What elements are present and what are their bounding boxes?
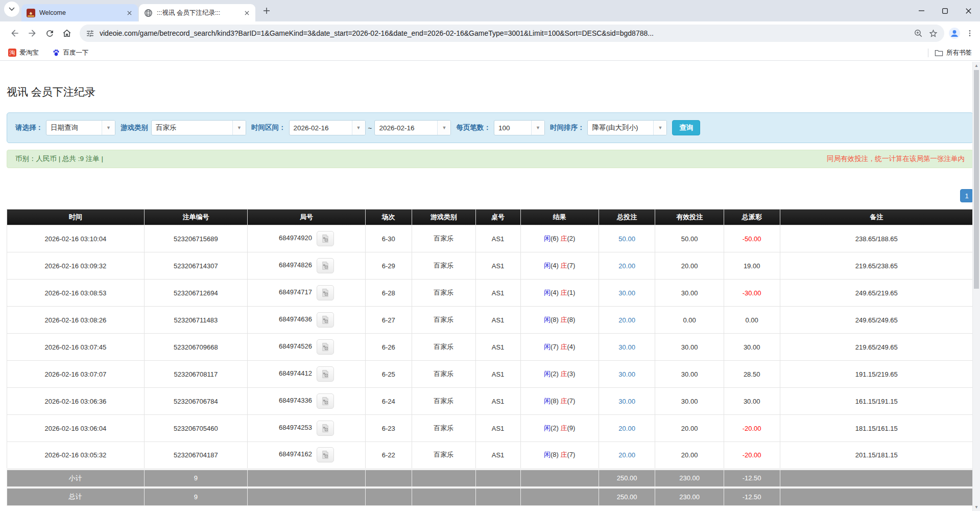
cell-time: 2026-02-16 03:08:53 [7, 280, 145, 307]
date-start-select[interactable]: 2026-02-16 ▼ [289, 120, 366, 135]
result-banker-points: (1) [567, 289, 575, 296]
pagination: 1 [7, 189, 973, 202]
cell-session: 6-26 [365, 334, 412, 361]
tab-close-icon[interactable] [125, 9, 134, 17]
cell-note: 249.65/249.65 [780, 307, 973, 334]
cell-valid-bet: 0.00 [655, 307, 724, 334]
cell-payout: 28.50 [724, 361, 780, 388]
cell-session: 6-23 [365, 415, 412, 442]
video-replay-icon [321, 288, 330, 297]
col-header-result: 结果 [520, 210, 599, 225]
cell-table: AS1 [475, 307, 520, 334]
search-button[interactable]: 查询 [672, 120, 700, 135]
reload-icon [45, 29, 55, 38]
zoom-icon[interactable] [914, 29, 923, 38]
forward-button[interactable] [23, 25, 41, 42]
cell-session: 6-30 [365, 225, 412, 252]
cell-time: 2026-02-16 03:07:07 [7, 361, 145, 388]
cell-result: 闲(7) 庄(4) [520, 334, 599, 361]
result-banker-points: (7) [567, 397, 575, 405]
back-arrow-icon [10, 28, 20, 38]
tab-close-icon[interactable] [243, 9, 251, 17]
video-replay-icon [321, 261, 330, 270]
cell-game: 百家乐 [412, 252, 475, 280]
cell-result: 闲(4) 庄(1) [520, 280, 599, 307]
result-banker-points: (4) [567, 343, 575, 351]
round-number: 684974336 [279, 397, 312, 404]
cell-session: 6-27 [365, 307, 412, 334]
game-kind-select[interactable]: 百家乐 ▼ [151, 120, 246, 135]
reload-button[interactable] [41, 25, 58, 42]
bookmark-star-icon[interactable] [928, 29, 938, 38]
video-replay-button[interactable] [317, 339, 334, 355]
result-banker: 庄 [560, 316, 567, 323]
query-type-select[interactable]: 日期查询 ▼ [46, 120, 115, 135]
cell-game: 百家乐 [412, 307, 475, 334]
table-row: 2026-02-16 03:05:32523206704187684974162… [7, 442, 973, 469]
cell-round: 684974636 [248, 307, 366, 334]
window-close-button[interactable] [957, 0, 980, 21]
cell-table: AS1 [475, 415, 520, 442]
address-bar[interactable]: videoie.com/game/betrecord_search/kind3?… [80, 25, 944, 42]
cell-game: 百家乐 [412, 388, 475, 415]
result-player-points: (4) [551, 262, 559, 269]
tab-bet-record[interactable]: :::视讯 会员下注纪录::: [139, 4, 255, 21]
table-row: 2026-02-16 03:07:45523206709668684974526… [7, 334, 973, 361]
cell-result: 闲(6) 庄(2) [520, 225, 599, 252]
scrollbar-down-arrow-icon[interactable]: ▼ [973, 503, 980, 511]
cell-note: 249.65/219.65 [780, 280, 973, 307]
home-icon [62, 28, 72, 38]
total-valid-bet: 230.00 [655, 487, 724, 506]
cell-table: AS1 [475, 225, 520, 252]
filter-game-label: 游戏类别 [121, 123, 148, 132]
tab-welcome[interactable]: ♠ Welcome [21, 4, 138, 21]
vertical-scrollbar[interactable]: ▲ ▼ [972, 62, 980, 511]
window-minimize-button[interactable] [910, 0, 933, 21]
cell-total-bet: 50.00 [599, 225, 655, 252]
subtotal-valid-bet: 230.00 [655, 469, 724, 487]
result-player: 闲 [544, 370, 551, 378]
table-row: 2026-02-16 03:09:32523206714307684974826… [7, 252, 973, 280]
video-replay-button[interactable] [317, 366, 334, 382]
home-button[interactable] [58, 25, 76, 42]
cell-bet-id: 523206714307 [144, 252, 247, 280]
url-text: videoie.com/game/betrecord_search/kind3?… [100, 29, 914, 37]
total-total-bet: 250.00 [599, 487, 655, 506]
video-replay-button[interactable] [317, 231, 334, 246]
new-tab-button[interactable] [259, 4, 274, 18]
menu-dots-icon[interactable] [966, 29, 974, 37]
profile-avatar-icon[interactable] [948, 27, 961, 39]
bookmark-aitaobao[interactable]: 淘 爱淘宝 [6, 47, 41, 59]
video-replay-button[interactable] [317, 393, 334, 409]
scrollbar-thumb[interactable] [974, 70, 979, 289]
cell-session: 6-25 [365, 361, 412, 388]
all-bookmarks-button[interactable]: 所有书签 [933, 47, 974, 59]
page-number-button[interactable]: 1 [960, 189, 973, 202]
page-limit-select[interactable]: 100 ▼ [494, 120, 545, 135]
tab-search-button[interactable] [4, 2, 19, 17]
bet-table-body: 2026-02-16 03:10:04523206715689684974920… [7, 225, 973, 469]
cell-total-bet: 30.00 [599, 334, 655, 361]
result-player-points: (7) [551, 343, 559, 351]
cell-result: 闲(8) 庄(8) [520, 307, 599, 334]
video-replay-button[interactable] [317, 312, 334, 328]
window-maximize-button[interactable] [933, 0, 957, 21]
bookmark-baidu[interactable]: 百度一下 [50, 47, 91, 59]
video-replay-icon [321, 315, 330, 324]
cell-payout: -20.00 [724, 415, 780, 442]
cell-total-bet: 20.00 [599, 415, 655, 442]
scrollbar-up-arrow-icon[interactable]: ▲ [973, 62, 980, 69]
cell-valid-bet: 30.00 [655, 334, 724, 361]
back-button[interactable] [6, 25, 23, 42]
date-end-select[interactable]: 2026-02-16 ▼ [374, 120, 451, 135]
result-banker: 庄 [560, 235, 567, 242]
video-replay-button[interactable] [317, 421, 334, 436]
video-replay-button[interactable] [317, 258, 334, 273]
filter-select-label: 请选择： [15, 123, 43, 132]
cell-round: 684974162 [248, 442, 366, 469]
time-sort-select[interactable]: 降幂(由大到小) ▼ [587, 120, 667, 135]
video-replay-button[interactable] [317, 447, 334, 462]
table-row: 2026-02-16 03:07:07523206708117684974412… [7, 361, 973, 388]
cell-result: 闲(2) 庄(9) [520, 415, 599, 442]
video-replay-button[interactable] [317, 285, 334, 300]
